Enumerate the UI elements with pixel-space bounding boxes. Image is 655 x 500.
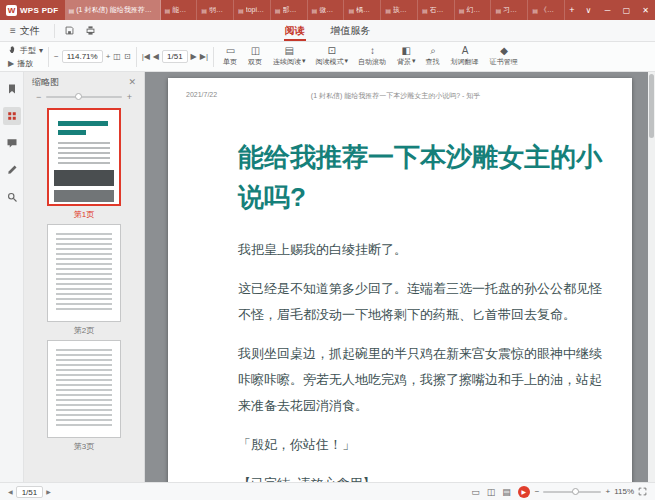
- toolbar-button[interactable]: ▤连续阅读▾: [269, 45, 310, 68]
- pdf-page: 2021/7/22 (1 封私信) 能给我推荐一下本沙雕女主的小说吗? - 知乎…: [168, 78, 632, 482]
- document-icon: ▤: [165, 7, 171, 14]
- chevron-down-icon[interactable]: ∨: [579, 0, 598, 20]
- page-thumbnail[interactable]: [47, 108, 121, 206]
- new-tab-button[interactable]: +: [565, 0, 579, 20]
- zoom-in-icon[interactable]: +: [605, 487, 610, 496]
- thumbnail-item[interactable]: 第3页: [47, 340, 121, 452]
- save-icon[interactable]: [59, 25, 80, 36]
- main-area: 缩略图 ✕ − + 第1页第2页第3页 2021/7/22 (1 封私信) 能给…: [0, 72, 655, 482]
- page-thumbnail[interactable]: [47, 224, 121, 322]
- slider-track[interactable]: [46, 96, 121, 98]
- comment-icon[interactable]: [3, 134, 21, 152]
- ribbon-tab[interactable]: 阅读: [282, 20, 308, 41]
- toolbar-buttons: ▭单页◫双页▤连续阅读▾⊡阅读模式▾↕自动滚动◧背景▾⌕查找A划词翻译◆证书管理: [219, 45, 647, 68]
- print-icon[interactable]: [80, 25, 101, 36]
- prev-page-icon[interactable]: ◀: [8, 488, 13, 495]
- toolbar-button[interactable]: ◆证书管理: [486, 45, 523, 68]
- divider: [213, 47, 214, 67]
- toolbar-button-icon: ↕: [370, 46, 375, 56]
- slider-handle[interactable]: [75, 93, 82, 100]
- ribbon-tab-label: 阅读: [285, 24, 305, 38]
- fullscreen-icon[interactable]: [638, 487, 647, 496]
- scrollbar-thumb[interactable]: [649, 74, 654, 138]
- toolbar-button[interactable]: ↕自动滚动: [354, 45, 391, 68]
- caret-down-icon: ▾: [39, 46, 43, 55]
- last-page-icon[interactable]: ▶|: [200, 52, 208, 61]
- toolbar-button[interactable]: A划词翻译: [447, 45, 484, 68]
- browser-tab[interactable]: ▤孩子·无关右键…: [381, 0, 418, 20]
- hand-tool-button[interactable]: 手型 ▾: [8, 45, 43, 56]
- app-brand[interactable]: W WPS PDF: [0, 0, 65, 20]
- file-menu[interactable]: ≡ 文件: [0, 20, 50, 41]
- toolbar-button-label: 查找: [426, 57, 440, 67]
- browser-tab[interactable]: ▤习题清单文档…: [491, 0, 528, 20]
- browser-tab[interactable]: ▤能给我推荐梦饭…: [161, 0, 198, 20]
- close-button[interactable]: ✕: [636, 0, 655, 20]
- toolbar-button[interactable]: ▭单页: [219, 45, 242, 68]
- page-number-field[interactable]: 1/51: [162, 50, 188, 63]
- single-page-view-icon[interactable]: ▭: [471, 487, 480, 497]
- toolbar-button[interactable]: ⌕查找: [422, 45, 445, 68]
- bookmark-icon[interactable]: [3, 80, 21, 98]
- zoom-out-icon[interactable]: −: [535, 487, 540, 496]
- ribbon-tab[interactable]: 增值服务: [328, 20, 374, 41]
- browser-tab[interactable]: ▤那只猫睡熟了…: [271, 0, 308, 20]
- toolbar-button[interactable]: ◫双页: [244, 45, 267, 68]
- next-page-icon[interactable]: ▶: [191, 52, 197, 61]
- zoom-value-field[interactable]: 114.71%: [62, 50, 103, 63]
- article-paragraph: 「殷妃，你站住！」: [238, 432, 604, 458]
- double-page-view-icon[interactable]: ◫: [487, 487, 496, 497]
- thumbnail-item[interactable]: 第1页: [47, 108, 121, 220]
- zoom-in-icon[interactable]: +: [106, 52, 111, 61]
- tab-title: 右键预告片…: [430, 5, 450, 15]
- article-paragraph: 我则坐回桌边，抓起碗里的半只鸡在新来宫女震惊的眼神中继续咔嚓咔嚓。旁若无人地吃完…: [238, 341, 604, 419]
- thumb-zoom-in-icon[interactable]: +: [127, 92, 132, 102]
- thumbnail-caption: 第2页: [74, 325, 94, 336]
- statusbar-page-nav: ◀ 1/51 ▶: [8, 486, 51, 498]
- thumbnail-panel: 缩略图 ✕ − + 第1页第2页第3页: [24, 72, 145, 482]
- browser-tab[interactable]: ▤微光下火花…: [308, 0, 345, 20]
- page-thumbnail[interactable]: [47, 340, 121, 438]
- browser-tab[interactable]: ▤《爱MARDI…: [528, 0, 565, 20]
- page-header: 2021/7/22 (1 封私信) 能给我推荐一下本沙雕女主的小说吗? - 知乎: [186, 91, 614, 101]
- divider: [136, 47, 137, 67]
- thumb-zoom-out-icon[interactable]: −: [36, 92, 41, 102]
- zoom-slider-track[interactable]: [543, 491, 601, 493]
- next-page-icon[interactable]: ▶: [46, 488, 51, 495]
- annotate-pen-icon[interactable]: [3, 161, 21, 179]
- app-name: WPS PDF: [20, 6, 59, 15]
- browser-tab[interactable]: ▤(1 封私信) 能给我推荐一下本…: [65, 0, 161, 20]
- minimize-button[interactable]: ─: [598, 0, 617, 20]
- document-view[interactable]: 2021/7/22 (1 封私信) 能给我推荐一下本沙雕女主的小说吗? - 知乎…: [145, 72, 655, 482]
- thumbnail-item[interactable]: 第2页: [47, 224, 121, 336]
- fit-page-icon[interactable]: ⊡: [124, 52, 131, 61]
- page-navigation: |◀ ◀ 1/51 ▶ ▶|: [142, 50, 208, 63]
- browser-tab[interactable]: ▤topic/它们…: [234, 0, 271, 20]
- first-page-icon[interactable]: |◀: [142, 52, 150, 61]
- play-button[interactable]: ▶ 播放: [8, 58, 43, 69]
- thumbnails-icon[interactable]: [3, 107, 21, 125]
- vertical-scrollbar[interactable]: [648, 72, 655, 482]
- browser-tab[interactable]: ▤幻斯迪尼事…: [455, 0, 492, 20]
- prev-page-icon[interactable]: ◀: [153, 52, 159, 61]
- toolbar-button-icon: ▭: [226, 46, 235, 56]
- browser-tab[interactable]: ▤右键预告片…: [418, 0, 455, 20]
- fit-width-icon[interactable]: ◫: [113, 52, 121, 61]
- toolbar-button[interactable]: ◧背景▾: [393, 45, 420, 68]
- zoom-slider-handle[interactable]: [572, 488, 579, 495]
- thumbnail-caption: 第3页: [74, 441, 94, 452]
- toolbar-button-label: 背景: [397, 57, 411, 67]
- continuous-view-icon[interactable]: ▤: [502, 487, 511, 497]
- tab-title: 弱弱IG退…: [209, 5, 229, 15]
- statusbar-page-field[interactable]: 1/51: [16, 486, 44, 498]
- tab-title: 微光下火花…: [319, 5, 339, 15]
- search-icon[interactable]: [3, 188, 21, 206]
- maximize-button[interactable]: ▢: [617, 0, 636, 20]
- wps-promo-icon[interactable]: ▶: [518, 486, 530, 498]
- zoom-out-icon[interactable]: −: [54, 52, 59, 61]
- panel-close-icon[interactable]: ✕: [128, 77, 136, 87]
- browser-tab[interactable]: ▤橘子·无关风月…: [344, 0, 381, 20]
- toolbar-button[interactable]: ⊡阅读模式▾: [312, 45, 353, 68]
- window-controls: ∨ ─ ▢ ✕: [579, 0, 655, 20]
- browser-tab[interactable]: ▤弱弱IG退…: [197, 0, 234, 20]
